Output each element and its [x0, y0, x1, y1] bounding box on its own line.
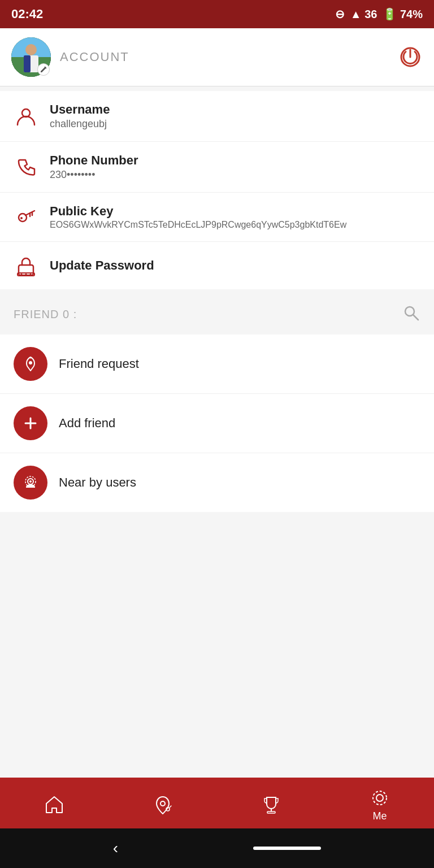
nav-trophy[interactable] — [261, 795, 281, 815]
status-bar: 02:42 ⊖ ▲ 36 🔋 74% — [0, 0, 434, 28]
time-display: 02:42 — [11, 7, 43, 21]
svg-point-17 — [21, 274, 23, 275]
svg-rect-33 — [267, 811, 275, 813]
username-item[interactable]: Username challengeubj — [0, 91, 434, 142]
publickey-value: EOS6GWxWvkRYCmSTc5TeDHcEcLJP9pRCwge6qYyw… — [50, 220, 346, 230]
password-item[interactable]: Update Password — [0, 242, 434, 289]
phone-icon — [14, 155, 38, 180]
friend-request-item[interactable]: Friend request — [0, 335, 434, 394]
account-section: Username challengeubj Phone Number 230••… — [0, 91, 434, 289]
search-icon[interactable] — [402, 304, 420, 324]
phone-label: Phone Number — [50, 153, 138, 168]
friend-section: Friend request Add friend Near by users — [0, 335, 434, 512]
bottom-nav: Me — [0, 778, 434, 828]
svg-point-27 — [29, 480, 32, 483]
phone-text: Phone Number 230•••••••• — [50, 153, 138, 181]
power-button[interactable] — [398, 45, 423, 70]
header-left: ACCOUNT — [11, 37, 129, 77]
phone-item[interactable]: Phone Number 230•••••••• — [0, 142, 434, 193]
svg-point-22 — [29, 361, 32, 364]
phone-value: 230•••••••• — [50, 169, 138, 181]
nav-me[interactable]: Me — [370, 788, 390, 822]
content-spacer — [0, 512, 434, 778]
nav-home[interactable] — [44, 795, 64, 815]
publickey-text: Public Key EOS6GWxWvkRYCmSTc5TeDHcEcLJP9… — [50, 204, 346, 230]
nearby-users-item[interactable]: Near by users — [0, 453, 434, 512]
publickey-item[interactable]: Public Key EOS6GWxWvkRYCmSTc5TeDHcEcLJP9… — [0, 193, 434, 242]
friend-header: FRIEND 0 : — [0, 294, 434, 335]
friend-count-label: FRIEND 0 : — [14, 308, 77, 321]
key-icon — [14, 205, 38, 229]
svg-rect-6 — [24, 55, 31, 72]
android-nav-bar: ‹ — [0, 828, 434, 868]
username-text: Username challengeubj — [50, 102, 110, 130]
friend-request-icon-bg — [14, 347, 47, 381]
user-icon — [14, 104, 38, 129]
add-friend-label: Add friend — [59, 416, 115, 431]
svg-point-18 — [25, 274, 27, 275]
status-icons: ⊖ ▲ 36 🔋 74% — [335, 7, 423, 21]
username-label: Username — [50, 102, 110, 117]
svg-line-21 — [413, 315, 418, 320]
username-value: challengeubj — [50, 118, 110, 130]
password-text: Update Password — [50, 258, 154, 273]
add-friend-item[interactable]: Add friend — [0, 394, 434, 453]
home-indicator[interactable] — [253, 847, 321, 850]
do-not-disturb-icon: ⊖ — [335, 7, 345, 21]
svg-point-14 — [20, 217, 23, 219]
svg-line-31 — [170, 806, 171, 808]
nearby-users-label: Near by users — [59, 475, 136, 490]
add-friend-icon-bg — [14, 406, 47, 440]
edit-avatar-badge[interactable] — [37, 63, 50, 76]
svg-point-29 — [160, 801, 165, 806]
password-label: Update Password — [50, 258, 154, 273]
nav-me-label: Me — [372, 810, 387, 822]
signal-icon: ▲ 36 — [350, 8, 377, 21]
avatar-wrap[interactable] — [11, 37, 51, 77]
svg-point-4 — [25, 44, 37, 55]
header: ACCOUNT — [0, 28, 434, 86]
svg-point-19 — [30, 274, 32, 275]
page-title: ACCOUNT — [60, 50, 129, 64]
lock-icon — [14, 253, 38, 278]
svg-point-34 — [376, 795, 383, 801]
friend-request-label: Friend request — [59, 357, 139, 371]
back-button[interactable]: ‹ — [113, 839, 118, 857]
battery-icon: 🔋 74% — [383, 7, 423, 21]
svg-point-35 — [373, 791, 387, 805]
publickey-label: Public Key — [50, 204, 346, 219]
nearby-icon-bg — [14, 466, 47, 500]
nav-map[interactable] — [153, 795, 173, 815]
